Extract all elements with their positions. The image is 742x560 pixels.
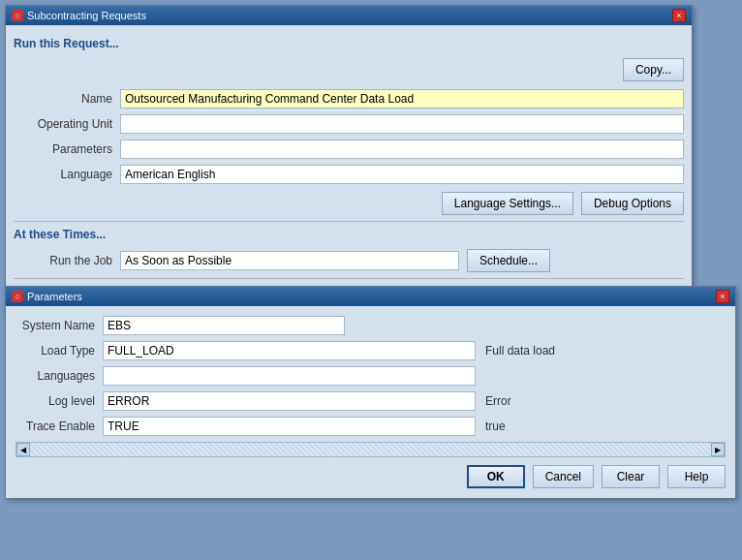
params-titlebar: ○ Parameters ×: [6, 287, 735, 306]
load-type-desc: Full data load: [485, 344, 555, 358]
scroll-right-btn[interactable]: ▶: [711, 443, 725, 456]
schedule-button[interactable]: Schedule...: [467, 249, 550, 272]
params-app-icon: ○: [12, 291, 23, 302]
params-title: Parameters: [27, 291, 82, 302]
trace-enable-desc: true: [485, 420, 506, 433]
name-input[interactable]: [120, 89, 684, 109]
main-titlebar: ○ Subcontracting Requests ×: [6, 6, 692, 25]
language-settings-button[interactable]: Language Settings...: [442, 192, 573, 215]
app-icon: ○: [12, 10, 23, 21]
main-title: Subcontracting Requests: [27, 10, 146, 21]
run-job-input[interactable]: [120, 251, 459, 270]
languages-input[interactable]: [103, 366, 476, 386]
languages-label: Languages: [15, 369, 103, 383]
section2-header: At these Times...: [14, 228, 684, 241]
horizontal-scrollbar[interactable]: ◀ ▶: [15, 442, 726, 457]
params-window: ○ Parameters × System Name Load Type Ful…: [5, 286, 736, 499]
clear-button[interactable]: Clear: [602, 465, 660, 488]
parameters-input[interactable]: [120, 140, 684, 159]
scroll-left-btn[interactable]: ◀: [16, 443, 30, 456]
language-label: Language: [14, 168, 120, 181]
help-button[interactable]: Help: [667, 465, 726, 488]
run-job-label: Run the Job: [14, 254, 120, 267]
main-window: ○ Subcontracting Requests × Run this Req…: [5, 5, 693, 315]
load-type-label: Load Type: [15, 344, 103, 358]
system-name-input[interactable]: [103, 316, 345, 335]
system-name-label: System Name: [15, 319, 103, 332]
ok-button[interactable]: OK: [467, 465, 525, 488]
copy-button[interactable]: Copy...: [623, 58, 684, 81]
debug-options-button[interactable]: Debug Options: [581, 192, 684, 215]
log-level-desc: Error: [485, 394, 511, 408]
section1-header: Run this Request...: [14, 37, 684, 50]
trace-enable-label: Trace Enable: [15, 420, 103, 433]
cancel-button[interactable]: Cancel: [533, 465, 594, 488]
scroll-track: [30, 443, 711, 456]
log-level-input[interactable]: [103, 391, 476, 411]
trace-enable-input[interactable]: [103, 417, 476, 436]
log-level-label: Log level: [15, 394, 103, 408]
params-close-button[interactable]: ×: [716, 290, 729, 303]
operating-unit-input[interactable]: [120, 114, 684, 134]
main-close-button[interactable]: ×: [672, 9, 686, 22]
load-type-input[interactable]: [103, 341, 476, 360]
operating-unit-label: Operating Unit: [14, 117, 120, 131]
name-label: Name: [14, 92, 120, 106]
parameters-label: Parameters: [14, 142, 120, 156]
language-input[interactable]: [120, 165, 684, 184]
